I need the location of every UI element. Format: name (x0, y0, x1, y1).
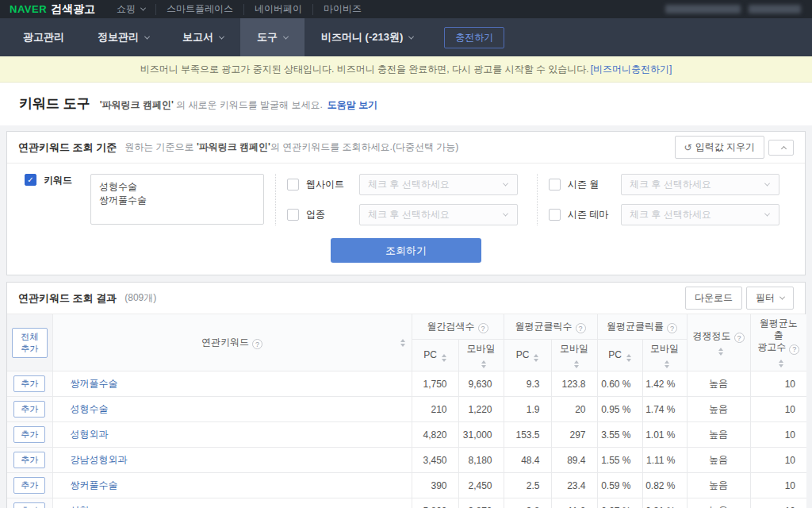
add-button[interactable]: 추가 (13, 477, 45, 494)
season-month-label: 시즌 월 (568, 179, 614, 190)
bizmoney-charge-link[interactable]: [비즈머니충전하기] (591, 63, 672, 76)
avg-ad-count-column-header[interactable]: 월평균노출 광고수 (750, 314, 806, 371)
keyword-cell: 쌍커풀수술 (52, 473, 412, 498)
website-checkbox[interactable] (287, 179, 299, 190)
add-button[interactable]: 추가 (13, 502, 45, 508)
add-button[interactable]: 추가 (13, 426, 45, 443)
keyword-link[interactable]: 성형외과 (71, 429, 109, 440)
mobile-ctr-subheader[interactable]: 모바일 (642, 340, 687, 371)
pc-search-cell: 3,450 (412, 448, 458, 473)
sort-icon[interactable] (574, 360, 579, 368)
naver-searchad-logo[interactable]: NAVER 검색광고 (10, 2, 95, 17)
monthly-ctr-label: 월평균클릭률 (607, 321, 664, 332)
nav-item-bizmoney[interactable]: 비즈머니 (-213원) (304, 18, 430, 56)
nav-item-tools[interactable]: 도구 (240, 18, 304, 56)
help-icon[interactable] (576, 323, 586, 333)
mobile-search-subheader[interactable]: 모바일 (458, 340, 504, 371)
help-link[interactable]: 도움말 보기 (327, 98, 377, 112)
sort-icon[interactable] (718, 348, 723, 356)
help-icon[interactable] (252, 339, 262, 349)
sort-icon[interactable] (626, 354, 631, 362)
topmenu-item-smartplace[interactable]: 스마트플레이스 (155, 4, 243, 15)
download-button[interactable]: 다운로드 (685, 287, 742, 310)
topmenu-item-shopping[interactable]: 쇼핑 (106, 4, 155, 15)
mobile-search-cell: 1,220 (458, 397, 504, 422)
sort-icon[interactable] (665, 360, 669, 368)
avg-ad-count-label: 월평균노출 광고수 (756, 314, 802, 371)
keyword-results-table: 전체추가 연관키워드 월간검색수 월평균클릭수 월평균클릭률 경쟁정도 월평균노… (7, 314, 806, 508)
sort-icon[interactable] (779, 360, 783, 368)
pc-search-cell: 1,750 (412, 371, 458, 397)
mobile-clicks-subheader[interactable]: 모바일 (551, 340, 597, 371)
sort-icon[interactable] (400, 339, 405, 347)
nav-item-ad-management[interactable]: 광고관리 (6, 18, 81, 56)
help-icon[interactable] (667, 323, 677, 333)
keyword-column-header[interactable]: 연관키워드 (52, 314, 412, 371)
table-row: 추가 쌍꺼풀수술 1,750 9,630 9.3 123.8 0.60 % 1.… (7, 371, 806, 397)
keyword-checkbox[interactable] (25, 174, 36, 186)
add-button[interactable]: 추가 (13, 401, 45, 418)
season-month-select[interactable]: 체크 후 선택하세요 (621, 174, 779, 195)
pc-ctr-subheader[interactable]: PC (597, 340, 642, 371)
mobile-clicks-cell: 89.4 (551, 448, 597, 473)
keyword-textarea[interactable]: 성형수술 쌍꺼풀수술 (90, 174, 264, 225)
season-theme-select-placeholder: 체크 후 선택하세요 (630, 208, 711, 221)
nav-item-report[interactable]: 보고서 (166, 18, 240, 56)
add-button[interactable]: 추가 (13, 375, 45, 392)
chevron-down-icon (503, 181, 508, 187)
season-theme-select[interactable]: 체크 후 선택하세요 (621, 204, 779, 225)
nav-label: 비즈머니 (-213원) (321, 30, 403, 44)
add-button[interactable]: 추가 (13, 452, 45, 468)
collapse-panel-button[interactable] (768, 140, 794, 156)
keyword-link[interactable]: 강남성형외과 (71, 454, 128, 465)
chevron-up-icon (781, 145, 787, 151)
website-select[interactable]: 체크 후 선택하세요 (359, 174, 518, 195)
filter-panel-subtitle: 원하는 기준으로 '파워링크 캠페인'의 연관키워드를 조회하세요.(다중선택 … (124, 140, 458, 154)
keyword-input-group: 키워드 성형수술 쌍꺼풀수술 (7, 174, 275, 225)
competition-cell: 높음 (687, 448, 750, 473)
season-theme-checkbox[interactable] (549, 209, 561, 221)
industry-select[interactable]: 체크 후 선택하세요 (359, 204, 518, 225)
keyword-link[interactable]: 성형 (71, 505, 90, 508)
nav-label: 보고서 (182, 30, 213, 44)
clear-inputs-button[interactable]: 입력값 지우기 (675, 136, 764, 159)
sort-icon[interactable] (481, 360, 486, 368)
pc-ctr-cell: 0.60 % (597, 371, 642, 397)
keyword-link[interactable]: 쌍꺼풀수술 (71, 378, 118, 389)
chevron-down-icon (779, 294, 785, 300)
sort-icon[interactable] (534, 354, 538, 362)
avg-ad-count-line1: 월평균노출 (760, 318, 798, 341)
topmenu-item-naverpay[interactable]: 네이버페이 (243, 4, 312, 15)
charge-button[interactable]: 충전하기 (444, 27, 504, 48)
pc-clicks-subheader[interactable]: PC (504, 340, 551, 371)
mobile-ctr-cell: 0.82 % (642, 473, 687, 498)
add-cell: 추가 (7, 397, 52, 422)
competition-cell: 높음 (687, 371, 750, 397)
results-title: 연관키워드 조회 결과 (18, 291, 117, 306)
season-month-checkbox[interactable] (549, 179, 561, 190)
pc-label: PC (608, 349, 622, 360)
notice-message: 비즈머니 부족으로 광고가 중지된 상태입니다. 비즈머니 충전을 완료하면, … (140, 63, 589, 76)
keyword-link[interactable]: 성형수술 (71, 403, 109, 414)
sort-icon[interactable] (442, 354, 446, 362)
nav-item-info-management[interactable]: 정보관리 (81, 18, 166, 56)
search-button[interactable]: 조회하기 (331, 238, 481, 263)
topmenu-item-mybiz[interactable]: 마이비즈 (312, 4, 372, 15)
page-header: 키워드 도구 '파워링크 캠페인' 의 새로운 키워드를 발굴해 보세요. 도움… (0, 83, 812, 125)
filter-button[interactable]: 필터 (746, 287, 794, 310)
naver-logo-text: NAVER (10, 3, 47, 15)
industry-checkbox[interactable] (287, 209, 299, 221)
nav-label: 도구 (257, 30, 278, 44)
results-header: 연관키워드 조회 결과 (809개) 다운로드 필터 (7, 283, 805, 314)
help-icon[interactable] (478, 323, 488, 333)
keyword-link[interactable]: 쌍커풀수술 (71, 479, 118, 491)
pc-search-subheader[interactable]: PC (412, 340, 458, 371)
help-icon[interactable] (789, 344, 799, 355)
results-actions: 다운로드 필터 (685, 287, 794, 310)
add-cell: 추가 (7, 473, 52, 498)
competition-cell: 높음 (687, 397, 750, 422)
competition-column-header[interactable]: 경쟁정도 (687, 314, 750, 371)
add-all-button[interactable]: 전체추가 (12, 328, 48, 358)
monthly-clicks-header: 월평균클릭수 (504, 314, 597, 340)
help-icon[interactable] (734, 333, 745, 343)
